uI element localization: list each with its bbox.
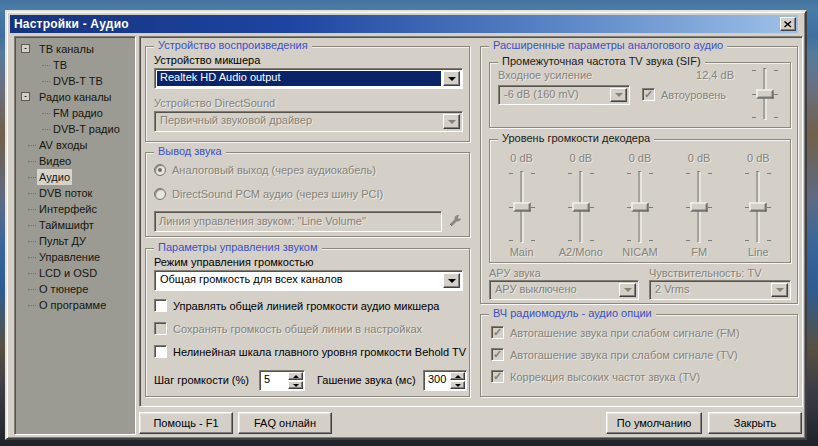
decoder-sliders: 0 dB Main 0 dB A2/Mono 0 dB NICAM [492, 152, 788, 258]
group-title: Промежуточная частота TV звука (SIF) [498, 55, 705, 67]
directsound-pcm-radio: DirectSound PCM аудио (через шину PCI) [154, 188, 383, 200]
dropdown-button [610, 88, 627, 102]
group-title: ВЧ радиомодуль - аудио опции [489, 307, 656, 319]
chevron-down-icon [624, 288, 632, 292]
sidebar-item-about-tuner[interactable]: О тюнере [15, 281, 135, 297]
sidebar-item-video[interactable]: Видео [15, 153, 135, 169]
sidebar-item-tv[interactable]: ТВ [15, 57, 135, 73]
volume-mode-select[interactable]: Общая громкость для всех каналов [154, 270, 463, 291]
sidebar-item-timeshift[interactable]: Таймшифт [15, 217, 135, 233]
spin-down-icon [455, 384, 461, 387]
checkbox-unchecked-icon[interactable] [154, 345, 167, 358]
automute-fm-label: Автогашение звука при слабом сигнале (FM… [510, 327, 740, 339]
sidebar-item-tv-channels[interactable]: -ТВ каналы [15, 41, 135, 57]
sidebar-item-radio-channels[interactable]: -Радио каналы [15, 89, 135, 105]
save-volume-label: Сохранять громкость общей линии в настро… [173, 323, 422, 335]
automute-tv-label: Автогашение звука при слабом сигнале (TV… [510, 349, 738, 361]
sidebar-item-lcd-osd[interactable]: LCD и OSD [15, 265, 135, 281]
sidebar-item-dvbt-tv[interactable]: DVB-T ТВ [15, 73, 135, 89]
help-button[interactable]: Помощь - F1 [139, 412, 233, 434]
directsound-pcm-label: DirectSound PCM аудио (через шину PCI) [172, 188, 383, 200]
analog-output-label: Аналоговый выход (через аудиокабель) [172, 164, 376, 176]
chevron-down-icon [448, 120, 456, 124]
directsound-device-select: Первичный звуковой драйвер [154, 111, 463, 132]
sidebar-item-label: ТВ каналы [37, 41, 96, 57]
nonlinear-scale-label: Нелинейная шкала главного уровня громкос… [173, 346, 466, 358]
spin-up-icon [455, 375, 461, 378]
agc-value: АРУ выключено [492, 283, 617, 297]
sidebar-item-control[interactable]: Управление [15, 249, 135, 265]
sidebar-item-label: LCD и OSD [37, 265, 99, 281]
sidebar-item-label: AV входы [37, 137, 89, 153]
titlebar[interactable]: Настройки - Аудио [10, 15, 798, 33]
sidebar-item-remote[interactable]: Пульт ДУ [15, 233, 135, 249]
input-gain-value: -6 dB (160 mV) [501, 88, 608, 102]
checkbox-unchecked-icon [154, 322, 167, 335]
chevron-down-icon [448, 279, 456, 283]
mixer-device-select[interactable]: Realtek HD Audio output [154, 68, 463, 89]
directsound-device-value: Первичный звуковой драйвер [157, 114, 441, 129]
volume-params-group: Параметры управления звуком Режим управл… [145, 248, 470, 397]
defaults-button[interactable]: По умолчанию [606, 412, 702, 434]
rf-module-group: ВЧ радиомодуль - аудио опции ✓ Автогашен… [480, 314, 798, 397]
group-title: Расширенные параметры аналогового аудио [489, 39, 727, 51]
slider-thumb [513, 203, 530, 212]
sidebar-item-fm-radio[interactable]: FM радио [15, 105, 135, 121]
sidebar-item-about-program[interactable]: О программе [15, 297, 135, 313]
collapse-icon[interactable]: - [21, 92, 30, 101]
hf-correction-checkbox: ✓ Коррекция высоких частот звука (TV) [491, 370, 700, 383]
dropdown-button [771, 283, 788, 297]
sidebar-item-dvbt-radio[interactable]: DVB-T радио [15, 121, 135, 137]
sidebar-item-label: Таймшифт [37, 217, 96, 233]
mute-time-value[interactable]: 300 [424, 371, 449, 390]
sidebar-item-label: Интерфейс [37, 201, 99, 217]
collapse-icon[interactable]: - [21, 44, 30, 53]
close-icon [784, 21, 792, 28]
checkbox-unchecked-icon[interactable] [154, 299, 167, 312]
sound-line-field: Линия управления звуком: "Line Volume" [154, 211, 442, 232]
close-dialog-button[interactable]: Закрыть [708, 412, 802, 434]
sidebar-item-label: ТВ [51, 57, 69, 73]
channel-value: 0 dB [671, 152, 727, 166]
master-line-checkbox[interactable]: Управлять общей линией громкости аудио м… [154, 299, 439, 312]
sidebar-item-interface[interactable]: Интерфейс [15, 201, 135, 217]
sidebar-item-av-inputs[interactable]: AV входы [15, 137, 135, 153]
sif-gain-slider [752, 67, 778, 121]
sidebar-item-label: Радио каналы [37, 89, 114, 105]
sidebar-item-dvb-stream[interactable]: DVB поток [15, 185, 135, 201]
defaults-button-label: По умолчанию [617, 417, 691, 429]
volume-slider-main [509, 170, 535, 244]
spin-up-button[interactable] [450, 372, 465, 380]
sidebar-item-audio[interactable]: Аудио [15, 169, 135, 185]
nonlinear-scale-checkbox[interactable]: Нелинейная шкала главного уровня громкос… [154, 345, 466, 358]
faq-button[interactable]: FAQ онлайн [238, 412, 332, 434]
dropdown-button[interactable] [443, 71, 460, 86]
sidebar-item-label: Управление [37, 249, 102, 265]
volume-mode-label: Режим управления громкостью [154, 256, 313, 268]
dropdown-button [619, 283, 636, 297]
sound-output-group: Вывод звука Аналоговый выход (через ауди… [145, 152, 470, 237]
channel-value: 0 dB [494, 152, 550, 166]
volume-step-stepper[interactable]: 5 [259, 370, 305, 391]
volume-step-value[interactable]: 5 [260, 371, 287, 390]
agc-select: АРУ выключено [489, 280, 639, 300]
slider-thumb [691, 203, 708, 212]
spin-down-button[interactable] [288, 381, 303, 389]
spin-down-button[interactable] [450, 381, 465, 389]
close-button[interactable] [780, 17, 796, 31]
dropdown-button[interactable] [443, 273, 460, 288]
decoder-channel-fm: 0 dB FM [671, 152, 727, 258]
mute-time-stepper[interactable]: 300 [423, 370, 467, 391]
autolevel-checkbox: ✓ Автоуровень [642, 88, 726, 101]
sidebar-item-label: Пульт ДУ [37, 233, 88, 249]
agc-label: АРУ звука [489, 267, 541, 279]
sif-group: Промежуточная частота TV звука (SIF) Вхо… [489, 62, 791, 128]
channel-value: 0 dB [612, 152, 668, 166]
content-panel: Устройство воспроизведения Устройство ми… [139, 36, 803, 407]
group-title: Вывод звука [154, 145, 226, 157]
spin-up-button[interactable] [288, 372, 303, 380]
sound-line-tool-icon [447, 213, 463, 229]
save-volume-checkbox: Сохранять громкость общей линии в настро… [154, 322, 422, 335]
sidebar-item-label: Аудио [37, 169, 72, 185]
advanced-analog-group: Расширенные параметры аналогового аудио … [480, 46, 798, 304]
